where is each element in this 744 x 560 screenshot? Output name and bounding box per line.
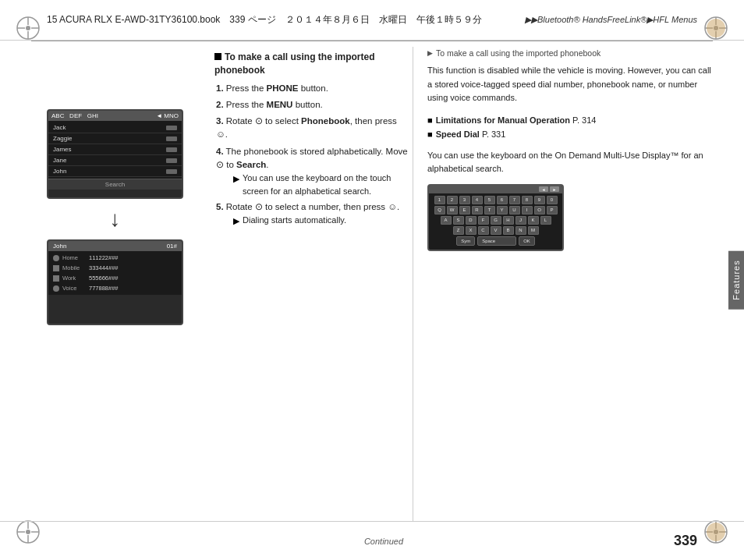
kb-fwd-btn: ►: [550, 186, 559, 192]
screen-search-label: Search: [48, 179, 182, 190]
ref-arrow-icon-1: ■: [427, 115, 433, 126]
kb-key[interactable]: 6: [497, 196, 508, 204]
kb-key[interactable]: 0: [547, 196, 558, 204]
kb-space-button[interactable]: Space: [477, 236, 516, 246]
kb-key[interactable]: T: [484, 206, 495, 214]
kb-key[interactable]: 9: [534, 196, 545, 204]
continued-label: Continued: [94, 537, 674, 546]
ref-item-2: ■ Speed Dial P. 331: [427, 129, 713, 140]
kb-key[interactable]: V: [491, 226, 501, 235]
kb-key[interactable]: O: [534, 206, 545, 214]
screen-mockup-bottom: John 01# Home 111222### Mobile 333444###…: [47, 239, 183, 325]
step-4-sub: ▶ You can use the keyboard on the touch …: [216, 172, 409, 197]
kb-row-qwerty: Q W E R T Y U I O P: [432, 206, 559, 214]
contact-detail-list: Home 111222### Mobile 333444### Work 555…: [48, 251, 182, 295]
kb-back-btn: ◄: [539, 186, 548, 192]
features-tab: Features: [728, 250, 744, 309]
kb-key[interactable]: 7: [509, 196, 520, 204]
arrow-down-icon: ↓: [110, 208, 121, 230]
screen-titlebar-top: ABC DEF GHI ◄ MNO: [48, 111, 182, 121]
kb-key[interactable]: J: [515, 216, 526, 225]
kb-key[interactable]: P: [547, 206, 558, 214]
kb-key[interactable]: K: [528, 216, 539, 225]
ref-text-2: Speed Dial P. 331: [436, 129, 506, 140]
kb-key[interactable]: Q: [434, 206, 445, 214]
ref-item-1: ■ Limitations for Manual Operation P. 31…: [427, 115, 713, 126]
kb-key[interactable]: 5: [484, 196, 495, 204]
kb-key[interactable]: L: [540, 216, 551, 225]
kb-key[interactable]: R: [472, 206, 483, 214]
header-file-info: 15 ACURA RLX E-AWD-31TY36100.book 339 ペー…: [47, 13, 482, 27]
kb-action-buttons: Sym Space OK: [432, 236, 559, 247]
kb-key[interactable]: I: [522, 206, 533, 214]
section-title-icon: [214, 53, 221, 60]
kb-key[interactable]: D: [466, 216, 477, 225]
kb-key[interactable]: G: [491, 216, 501, 225]
kb-row-zxcv: Z X C V B N M: [432, 226, 559, 235]
step-2: 2. Press the MENU button.: [214, 98, 409, 112]
kb-key[interactable]: C: [478, 226, 489, 235]
header-chapter-title: ▶▶Bluetooth® HandsFreeLink®▶HFL Menus: [525, 15, 697, 25]
screen-contact-header: John 01#: [48, 241, 182, 251]
header-divider: [31, 41, 713, 41]
kb-key[interactable]: Y: [497, 206, 508, 214]
list-item: Jane: [48, 155, 182, 166]
kb-key[interactable]: S: [453, 216, 464, 225]
home-icon: [53, 255, 59, 261]
kb-key[interactable]: 8: [522, 196, 533, 204]
instructions-column: To make a call using the imported phoneb…: [199, 47, 409, 521]
list-item: Zaggie: [48, 133, 182, 144]
list-item: John: [48, 166, 182, 177]
kb-key[interactable]: U: [509, 206, 520, 214]
section-title: To make a call using the imported phoneb…: [214, 51, 409, 77]
contact-name: John: [53, 243, 66, 250]
kb-row-numbers: 1 2 3 4 5 6 7 8 9 0: [432, 196, 559, 204]
kb-key[interactable]: Z: [453, 226, 464, 235]
step-1: 1. Press the PHONE button.: [214, 82, 409, 95]
kb-key[interactable]: H: [503, 216, 514, 225]
kb-key[interactable]: F: [478, 216, 489, 225]
kb-key[interactable]: N: [515, 226, 526, 235]
kb-key[interactable]: 2: [447, 196, 458, 204]
kb-key[interactable]: E: [459, 206, 470, 214]
step-5-sub: ▶ Dialing starts automatically.: [216, 214, 409, 228]
kb-key[interactable]: B: [503, 226, 514, 235]
kb-key[interactable]: A: [441, 216, 452, 225]
voice-icon: [53, 285, 59, 292]
kb-key[interactable]: W: [447, 206, 458, 214]
right-notes-column: To make a call using the imported phoneb…: [413, 47, 713, 521]
page-number: 339: [674, 533, 697, 549]
right-body-text-1: This function is disabled while the vehi…: [427, 64, 713, 105]
kb-key[interactable]: 3: [459, 196, 470, 204]
list-item: Jack: [48, 122, 182, 133]
step-4: 4. The phonebook is stored alphabeticall…: [214, 145, 409, 198]
contact-home: Home 111222###: [51, 253, 179, 263]
contact-work: Work 555666###: [51, 273, 179, 283]
kb-key[interactable]: X: [466, 226, 477, 235]
kb-key[interactable]: 4: [472, 196, 483, 204]
main-content: ABC DEF GHI ◄ MNO Jack Zaggie James Jane…: [31, 47, 713, 521]
kb-key[interactable]: M: [528, 226, 539, 235]
screen-mockup-top: ABC DEF GHI ◄ MNO Jack Zaggie James Jane…: [47, 109, 183, 199]
keyboard-screen-mockup: ◄ ► 1 2 3 4 5 6 7 8 9 0 Q W: [427, 184, 564, 251]
kb-sym-button[interactable]: Sym: [456, 236, 475, 246]
kb-ok-button[interactable]: OK: [519, 236, 535, 246]
work-icon: [53, 275, 59, 282]
screen-tabs-right: ◄ MNO: [156, 112, 179, 119]
contact-voice: Voice 777888###: [51, 283, 179, 293]
screen-mockups-column: ABC DEF GHI ◄ MNO Jack Zaggie James Jane…: [31, 47, 199, 521]
bottom-bar: Continued 339: [0, 521, 744, 560]
screen-tabs-left: ABC DEF GHI: [51, 112, 98, 119]
page-header: 15 ACURA RLX E-AWD-31TY36100.book 339 ペー…: [0, 0, 744, 41]
contact-number-short: 01#: [167, 243, 177, 250]
step-5: 5. Rotate ⊙ to select a number, then pre…: [214, 200, 409, 228]
keyboard-titlebar: ◄ ►: [429, 186, 562, 193]
list-item: James: [48, 144, 182, 155]
ref-text-1: Limitations for Manual Operation P. 314: [436, 115, 597, 126]
kb-key[interactable]: 1: [434, 196, 445, 204]
right-body-text-2: You can use the keyboard on the On Deman…: [427, 149, 713, 176]
mobile-icon: [53, 265, 59, 271]
right-note-title: To make a call using the imported phoneb…: [427, 48, 713, 58]
keyboard-body: 1 2 3 4 5 6 7 8 9 0 Q W E R T Y: [429, 193, 562, 250]
screen-contact-list: Jack Zaggie James Jane John: [48, 121, 182, 179]
